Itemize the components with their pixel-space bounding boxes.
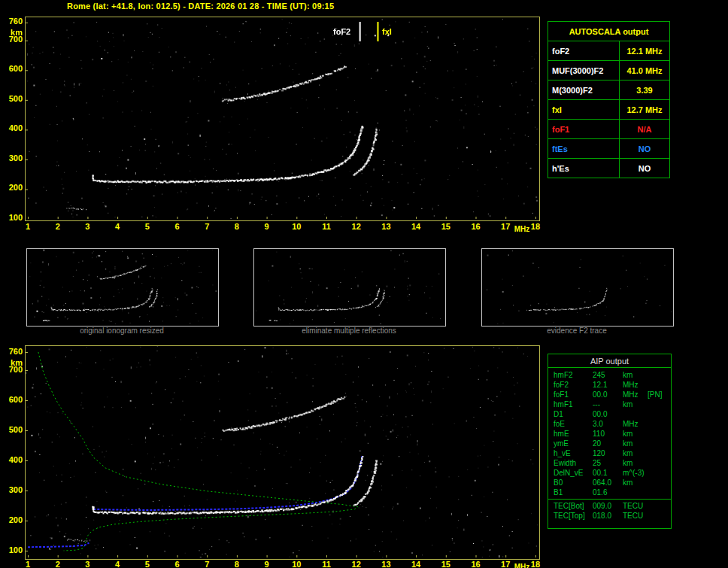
aip-param-value: 20 <box>593 439 623 448</box>
autoscala-table-header: AUTOSCALA output <box>548 22 670 41</box>
x-axis-unit-top: MHz <box>514 225 530 233</box>
y-axis-unit-bottom: km <box>2 358 23 367</box>
fof2-marker-label: foF2 <box>333 27 350 36</box>
autoscala-param-value: NO <box>620 159 670 178</box>
aip-param-extra <box>648 439 671 448</box>
aip-param-unit: m^(-3) <box>623 468 648 478</box>
y-tick-label-top: 600 <box>2 64 23 73</box>
aip-param-value: 018.0 <box>593 511 623 521</box>
aip-param-name: foE <box>554 419 593 429</box>
thumbnail-canvas-eliminate <box>254 249 444 324</box>
aip-param-extra <box>648 488 671 497</box>
x-tick-label-bottom: 8 <box>235 560 239 568</box>
x-tick-label-bottom: 9 <box>265 560 269 568</box>
aip-param-name: B1 <box>554 488 593 497</box>
aip-row: ymE20km <box>548 439 671 448</box>
aip-param-unit <box>623 409 648 419</box>
autoscala-param-label: ftEs <box>548 139 620 159</box>
aip-param-extra <box>648 370 671 380</box>
ionogram-canvas-bottom <box>26 346 538 557</box>
y-tick-label-bottom: 760 <box>2 347 23 356</box>
aip-row: hmF1---km <box>548 399 671 409</box>
aip-param-name: h_vE <box>554 448 593 458</box>
aip-param-unit: km <box>623 448 648 458</box>
autoscala-param-value: 41.0 MHz <box>620 61 670 80</box>
x-tick-label-top: 6 <box>174 222 179 231</box>
y-tick-label-bottom: 100 <box>2 545 23 554</box>
y-tick-label-bottom: 600 <box>2 395 23 404</box>
autoscala-header-row: AUTOSCALA output <box>548 22 670 41</box>
aip-row: B0064.0km <box>548 478 671 488</box>
aip-param-extra <box>648 448 671 458</box>
x-tick-label-top: 14 <box>411 222 420 231</box>
aip-param-unit: km <box>623 370 648 380</box>
x-tick-label-bottom: 14 <box>411 560 420 568</box>
thumbnail-eliminate-reflections <box>253 248 446 327</box>
aip-tec-section: TEC[Bot]009.0TECUTEC[Top]018.0TECU <box>548 499 671 522</box>
aip-row: foF212.1MHz <box>548 380 671 390</box>
aip-param-unit: km <box>623 429 648 439</box>
x-tick-label-top: 12 <box>352 222 361 231</box>
y-tick-label-bottom: 500 <box>2 425 23 434</box>
thumbnail-evidence-f2 <box>481 248 674 327</box>
x-tick-label-top: 2 <box>56 222 60 231</box>
autoscala-param-value: NO <box>620 139 670 159</box>
autoscala-row: ftEsNO <box>548 139 670 159</box>
aip-param-name: TEC[Top] <box>554 511 593 521</box>
aip-row: hmE110km <box>548 429 671 439</box>
y-tick-label-bottom: 200 <box>2 515 23 524</box>
fxi-marker-label: fxI <box>382 27 392 36</box>
aip-param-name: DelN_vE <box>554 468 593 478</box>
x-tick-label-top: 16 <box>471 222 480 231</box>
autoscala-output-table: AUTOSCALA output foF212.1 MHzMUF(3000)F2… <box>548 21 670 178</box>
autoscala-param-label: fxI <box>548 100 620 120</box>
y-tick-label-top: 760 <box>2 17 23 26</box>
aip-param-value: 064.0 <box>593 478 623 488</box>
autoscala-row: h'EsNO <box>548 159 670 178</box>
x-axis-unit-bottom: MHz <box>514 563 530 568</box>
x-tick-label-bottom: 17 <box>501 560 510 568</box>
aip-table-header: AIP output <box>548 354 671 368</box>
aip-param-value: --- <box>593 399 623 409</box>
aip-param-unit: MHz <box>623 380 648 390</box>
x-tick-label-top: 11 <box>322 222 331 231</box>
aip-param-value: 110 <box>593 429 623 439</box>
aip-param-value: 12.1 <box>593 380 623 390</box>
y-tick-label-top: 300 <box>2 153 23 163</box>
aip-param-name: Ewidth <box>554 458 593 468</box>
aip-row: h_vE120km <box>548 448 671 458</box>
x-tick-label-top: 10 <box>292 222 301 231</box>
aip-param-extra <box>648 458 671 468</box>
aip-param-value: 00.0 <box>593 409 623 419</box>
aip-param-value: 25 <box>593 458 623 468</box>
aip-param-value: 009.0 <box>593 501 623 511</box>
y-tick-label-top: 200 <box>2 183 23 192</box>
aip-param-name: D1 <box>554 409 593 419</box>
thumbnail-original-ionogram <box>26 248 219 327</box>
autoscala-table-body: foF212.1 MHzMUF(3000)F241.0 MHzM(3000)F2… <box>548 41 670 178</box>
x-tick-label-bottom: 7 <box>205 560 209 568</box>
autoscala-param-value: N/A <box>620 120 670 139</box>
aip-tec-row: TEC[Top]018.0TECU <box>548 511 671 521</box>
x-tick-label-bottom: 6 <box>174 560 179 568</box>
x-tick-label-bottom: 15 <box>441 560 450 568</box>
y-tick-label-top: 100 <box>2 213 23 222</box>
ionogram-panel-bottom <box>25 345 540 560</box>
aip-param-value: 01.6 <box>593 488 623 497</box>
aip-output-table: AIP output hmF2245kmfoF212.1MHzfoF100.0M… <box>548 354 672 529</box>
autoscala-param-label: MUF(3000)F2 <box>548 61 620 80</box>
x-tick-label-top: 1 <box>26 222 30 231</box>
y-tick-label-bottom: 400 <box>2 455 23 464</box>
aip-row: B101.6 <box>548 488 671 497</box>
aip-param-extra <box>648 399 671 409</box>
x-tick-label-bottom: 2 <box>56 560 60 568</box>
autoscala-window: Rome (lat: +41.8, lon: 012.5) - DATE: 20… <box>0 0 728 568</box>
aip-param-extra <box>648 478 671 488</box>
aip-param-extra <box>648 429 671 439</box>
x-tick-label-top: 8 <box>235 222 239 231</box>
thumbnail-caption-eliminate: eliminate multiple reflections <box>253 327 444 335</box>
autoscala-param-label: foF1 <box>548 120 620 139</box>
aip-param-unit <box>623 488 648 497</box>
autoscala-row: fxI12.7 MHz <box>548 100 670 120</box>
aip-param-value: 00.1 <box>593 468 623 478</box>
